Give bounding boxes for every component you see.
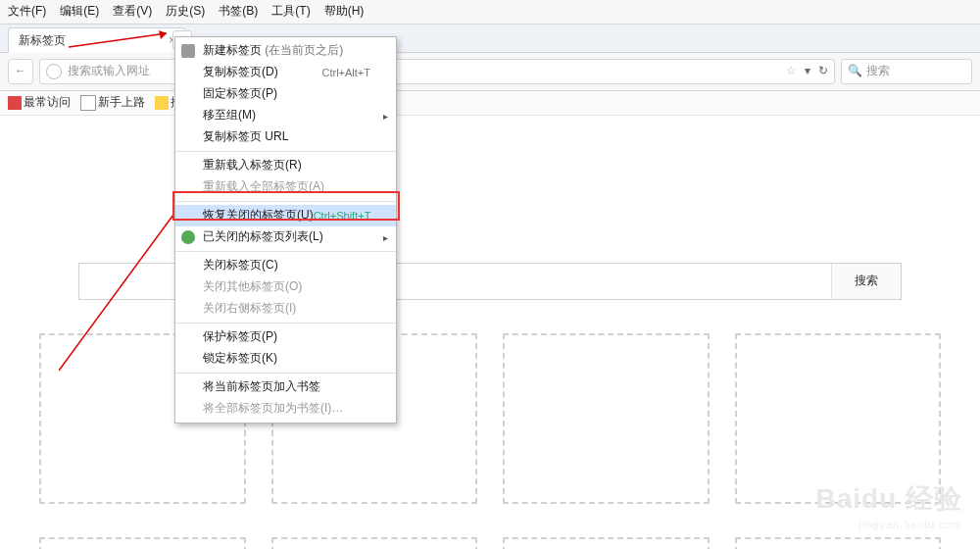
speed-dial-tile[interactable]: [503, 537, 710, 549]
bookmark-star-icon[interactable]: ☆: [786, 64, 797, 79]
ctx-pin-tab[interactable]: 固定标签页(P): [175, 83, 396, 105]
tab-title: 新标签页: [19, 33, 66, 47]
big-search-button[interactable]: 搜索: [831, 264, 901, 299]
ctx-close-right-tabs: 关闭右侧标签页(I): [175, 298, 396, 320]
speed-dial-row-2: [39, 537, 941, 549]
search-icon: 🔍: [848, 64, 862, 79]
speed-dial-tile[interactable]: [503, 333, 710, 504]
history-icon: [181, 230, 195, 244]
ctx-separator: [175, 201, 396, 202]
menu-bookmarks[interactable]: 书签(B): [219, 4, 258, 20]
menu-history[interactable]: 历史(S): [166, 4, 205, 20]
ctx-close-other-tabs: 关闭其他标签页(O): [175, 276, 396, 298]
menu-edit[interactable]: 编辑(E): [60, 4, 99, 20]
recommend-icon: [155, 96, 169, 110]
ctx-closed-tabs-list[interactable]: 已关闭的标签页列表(L): [175, 226, 396, 248]
globe-icon: [46, 64, 62, 79]
ctx-separator: [175, 373, 396, 374]
bookmark-most-visited[interactable]: 最常访问: [8, 95, 71, 111]
bookmarks-toolbar: 最常访问 新手上路 推: [0, 91, 980, 116]
menu-tools[interactable]: 工具(T): [271, 4, 310, 20]
newbie-icon: [80, 95, 96, 111]
nav-bar: ← 搜索或输入网址 ☆ ▾ ↻ 🔍 搜索: [0, 53, 980, 91]
url-dropdown-icon[interactable]: ▾: [805, 64, 810, 79]
back-button[interactable]: ←: [8, 59, 33, 84]
ctx-separator: [175, 251, 396, 252]
ctx-protect-tab[interactable]: 保护标签页(P): [175, 326, 396, 348]
speed-dial-tile[interactable]: [271, 537, 478, 549]
speed-dial-tile[interactable]: [735, 333, 942, 504]
ctx-copy-url[interactable]: 复制标签页 URL: [175, 126, 396, 148]
ctx-reload-all: 重新载入全部标签页(A): [175, 176, 396, 198]
ctx-separator: [175, 323, 396, 324]
ctx-restore-closed-tab[interactable]: 恢复关闭的标签页(U)Ctrl+Shift+T: [175, 205, 396, 226]
search-placeholder: 搜索: [866, 64, 890, 79]
most-visited-icon: [8, 96, 22, 110]
ctx-separator: [175, 151, 396, 152]
menu-file[interactable]: 文件(F): [8, 4, 46, 20]
menu-bar: 文件(F) 编辑(E) 查看(V) 历史(S) 书签(B) 工具(T) 帮助(H…: [0, 0, 980, 25]
ctx-reload-tab[interactable]: 重新载入标签页(R): [175, 155, 396, 176]
search-input[interactable]: 🔍 搜索: [841, 59, 972, 84]
ctx-bookmark-all: 将全部标签页加为书签(I)…: [175, 398, 396, 420]
bookmark-new-user[interactable]: 新手上路: [80, 95, 145, 111]
speed-dial-tile[interactable]: [39, 537, 246, 549]
menu-view[interactable]: 查看(V): [113, 4, 152, 20]
tab-newtab[interactable]: 新标签页 ×: [8, 27, 186, 53]
reload-icon[interactable]: ↻: [818, 64, 828, 79]
url-placeholder: 搜索或输入网址: [68, 64, 150, 79]
menu-help[interactable]: 帮助(H): [324, 4, 365, 20]
watermark-url: jingyan.baidu.com: [815, 518, 962, 531]
ctx-bookmark-tab[interactable]: 将当前标签页加入书签: [175, 376, 396, 398]
newtab-icon: [181, 44, 195, 58]
tab-context-menu: 新建标签页 (在当前页之后) 复制标签页(D)Ctrl+Alt+T 固定标签页(…: [174, 36, 397, 424]
url-input[interactable]: 搜索或输入网址 ☆ ▾ ↻: [39, 59, 835, 84]
tab-strip: 新标签页 × +: [0, 25, 980, 53]
ctx-lock-tab[interactable]: 锁定标签页(K): [175, 348, 396, 370]
ctx-new-tab[interactable]: 新建标签页 (在当前页之后): [175, 40, 396, 62]
back-arrow-icon: ←: [15, 64, 26, 79]
newtab-content: 搜索: [0, 116, 980, 163]
ctx-duplicate-tab[interactable]: 复制标签页(D)Ctrl+Alt+T: [175, 62, 396, 83]
ctx-close-tab[interactable]: 关闭标签页(C): [175, 255, 396, 276]
ctx-move-to-group[interactable]: 移至组(M): [175, 105, 396, 126]
speed-dial-tile[interactable]: [735, 537, 942, 549]
